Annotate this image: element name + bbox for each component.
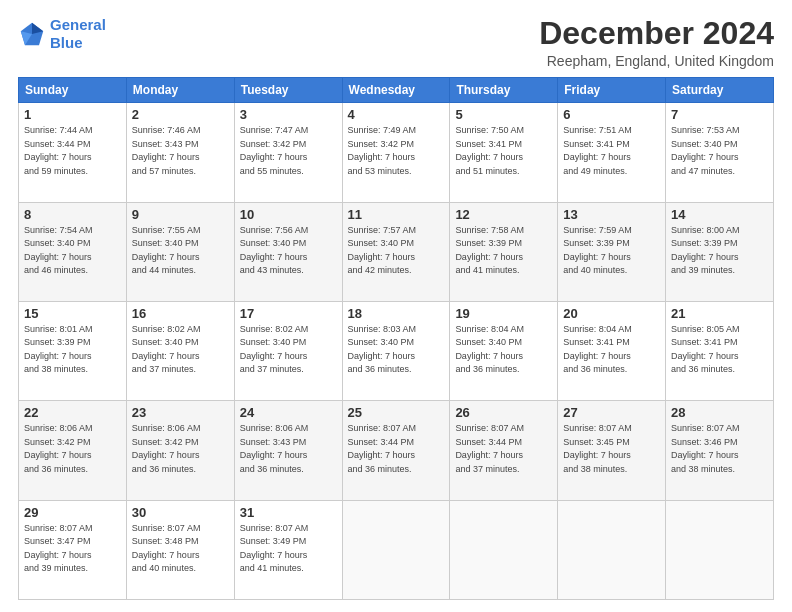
calendar-day-header: Friday	[558, 78, 666, 103]
day-number: 28	[671, 405, 768, 420]
calendar-cell: 7 Sunrise: 7:53 AMSunset: 3:40 PMDayligh…	[666, 103, 774, 202]
calendar-cell: 5 Sunrise: 7:50 AMSunset: 3:41 PMDayligh…	[450, 103, 558, 202]
day-detail: Sunrise: 8:06 AMSunset: 3:42 PMDaylight:…	[132, 422, 229, 476]
day-number: 7	[671, 107, 768, 122]
day-detail: Sunrise: 8:06 AMSunset: 3:42 PMDaylight:…	[24, 422, 121, 476]
calendar-day-header: Tuesday	[234, 78, 342, 103]
calendar-cell: 17 Sunrise: 8:02 AMSunset: 3:40 PMDaylig…	[234, 301, 342, 400]
day-number: 9	[132, 207, 229, 222]
logo-general: General	[50, 16, 106, 33]
calendar-cell: 30 Sunrise: 8:07 AMSunset: 3:48 PMDaylig…	[126, 500, 234, 599]
day-number: 29	[24, 505, 121, 520]
calendar-cell: 8 Sunrise: 7:54 AMSunset: 3:40 PMDayligh…	[19, 202, 127, 301]
day-number: 22	[24, 405, 121, 420]
day-number: 18	[348, 306, 445, 321]
day-detail: Sunrise: 7:46 AMSunset: 3:43 PMDaylight:…	[132, 124, 229, 178]
calendar-week-row: 15 Sunrise: 8:01 AMSunset: 3:39 PMDaylig…	[19, 301, 774, 400]
day-number: 13	[563, 207, 660, 222]
day-number: 11	[348, 207, 445, 222]
day-detail: Sunrise: 7:57 AMSunset: 3:40 PMDaylight:…	[348, 224, 445, 278]
day-detail: Sunrise: 7:44 AMSunset: 3:44 PMDaylight:…	[24, 124, 121, 178]
day-number: 23	[132, 405, 229, 420]
day-detail: Sunrise: 7:59 AMSunset: 3:39 PMDaylight:…	[563, 224, 660, 278]
main-title: December 2024	[539, 16, 774, 51]
day-number: 27	[563, 405, 660, 420]
day-detail: Sunrise: 8:04 AMSunset: 3:41 PMDaylight:…	[563, 323, 660, 377]
day-number: 2	[132, 107, 229, 122]
calendar-day-header: Saturday	[666, 78, 774, 103]
calendar-cell: 19 Sunrise: 8:04 AMSunset: 3:40 PMDaylig…	[450, 301, 558, 400]
day-detail: Sunrise: 8:06 AMSunset: 3:43 PMDaylight:…	[240, 422, 337, 476]
calendar-cell: 21 Sunrise: 8:05 AMSunset: 3:41 PMDaylig…	[666, 301, 774, 400]
calendar-cell: 6 Sunrise: 7:51 AMSunset: 3:41 PMDayligh…	[558, 103, 666, 202]
calendar-cell: 10 Sunrise: 7:56 AMSunset: 3:40 PMDaylig…	[234, 202, 342, 301]
day-detail: Sunrise: 7:56 AMSunset: 3:40 PMDaylight:…	[240, 224, 337, 278]
day-detail: Sunrise: 7:50 AMSunset: 3:41 PMDaylight:…	[455, 124, 552, 178]
day-number: 6	[563, 107, 660, 122]
calendar-cell: 15 Sunrise: 8:01 AMSunset: 3:39 PMDaylig…	[19, 301, 127, 400]
day-number: 17	[240, 306, 337, 321]
day-number: 3	[240, 107, 337, 122]
logo-icon	[18, 20, 46, 48]
calendar-week-row: 8 Sunrise: 7:54 AMSunset: 3:40 PMDayligh…	[19, 202, 774, 301]
calendar-cell: 20 Sunrise: 8:04 AMSunset: 3:41 PMDaylig…	[558, 301, 666, 400]
day-detail: Sunrise: 7:53 AMSunset: 3:40 PMDaylight:…	[671, 124, 768, 178]
calendar-cell: 28 Sunrise: 8:07 AMSunset: 3:46 PMDaylig…	[666, 401, 774, 500]
calendar-day-header: Wednesday	[342, 78, 450, 103]
day-number: 1	[24, 107, 121, 122]
calendar-cell: 9 Sunrise: 7:55 AMSunset: 3:40 PMDayligh…	[126, 202, 234, 301]
calendar-day-header: Monday	[126, 78, 234, 103]
calendar-day-header: Sunday	[19, 78, 127, 103]
day-detail: Sunrise: 8:07 AMSunset: 3:45 PMDaylight:…	[563, 422, 660, 476]
subtitle: Reepham, England, United Kingdom	[539, 53, 774, 69]
day-detail: Sunrise: 8:07 AMSunset: 3:47 PMDaylight:…	[24, 522, 121, 576]
day-detail: Sunrise: 8:00 AMSunset: 3:39 PMDaylight:…	[671, 224, 768, 278]
calendar-cell: 22 Sunrise: 8:06 AMSunset: 3:42 PMDaylig…	[19, 401, 127, 500]
logo-text: General Blue	[50, 16, 106, 52]
day-number: 16	[132, 306, 229, 321]
calendar-cell: 2 Sunrise: 7:46 AMSunset: 3:43 PMDayligh…	[126, 103, 234, 202]
calendar-table: SundayMondayTuesdayWednesdayThursdayFrid…	[18, 77, 774, 600]
day-detail: Sunrise: 8:04 AMSunset: 3:40 PMDaylight:…	[455, 323, 552, 377]
calendar-cell: 12 Sunrise: 7:58 AMSunset: 3:39 PMDaylig…	[450, 202, 558, 301]
day-detail: Sunrise: 8:07 AMSunset: 3:48 PMDaylight:…	[132, 522, 229, 576]
day-detail: Sunrise: 7:54 AMSunset: 3:40 PMDaylight:…	[24, 224, 121, 278]
day-number: 20	[563, 306, 660, 321]
calendar-cell: 11 Sunrise: 7:57 AMSunset: 3:40 PMDaylig…	[342, 202, 450, 301]
calendar-cell: 13 Sunrise: 7:59 AMSunset: 3:39 PMDaylig…	[558, 202, 666, 301]
day-number: 21	[671, 306, 768, 321]
day-number: 12	[455, 207, 552, 222]
day-detail: Sunrise: 7:51 AMSunset: 3:41 PMDaylight:…	[563, 124, 660, 178]
page: General Blue December 2024 Reepham, Engl…	[0, 0, 792, 612]
day-detail: Sunrise: 8:01 AMSunset: 3:39 PMDaylight:…	[24, 323, 121, 377]
calendar-cell	[666, 500, 774, 599]
day-number: 24	[240, 405, 337, 420]
day-number: 31	[240, 505, 337, 520]
calendar-day-header: Thursday	[450, 78, 558, 103]
calendar-cell	[342, 500, 450, 599]
day-number: 14	[671, 207, 768, 222]
day-detail: Sunrise: 8:05 AMSunset: 3:41 PMDaylight:…	[671, 323, 768, 377]
day-number: 10	[240, 207, 337, 222]
calendar-cell: 4 Sunrise: 7:49 AMSunset: 3:42 PMDayligh…	[342, 103, 450, 202]
calendar-header-row: SundayMondayTuesdayWednesdayThursdayFrid…	[19, 78, 774, 103]
calendar-cell: 29 Sunrise: 8:07 AMSunset: 3:47 PMDaylig…	[19, 500, 127, 599]
header: General Blue December 2024 Reepham, Engl…	[18, 16, 774, 69]
calendar-cell	[558, 500, 666, 599]
calendar-cell: 3 Sunrise: 7:47 AMSunset: 3:42 PMDayligh…	[234, 103, 342, 202]
day-number: 19	[455, 306, 552, 321]
day-number: 4	[348, 107, 445, 122]
day-detail: Sunrise: 8:03 AMSunset: 3:40 PMDaylight:…	[348, 323, 445, 377]
calendar-cell: 27 Sunrise: 8:07 AMSunset: 3:45 PMDaylig…	[558, 401, 666, 500]
day-detail: Sunrise: 7:49 AMSunset: 3:42 PMDaylight:…	[348, 124, 445, 178]
calendar-cell: 1 Sunrise: 7:44 AMSunset: 3:44 PMDayligh…	[19, 103, 127, 202]
day-number: 8	[24, 207, 121, 222]
calendar-week-row: 29 Sunrise: 8:07 AMSunset: 3:47 PMDaylig…	[19, 500, 774, 599]
day-number: 15	[24, 306, 121, 321]
day-detail: Sunrise: 8:02 AMSunset: 3:40 PMDaylight:…	[240, 323, 337, 377]
day-detail: Sunrise: 8:07 AMSunset: 3:44 PMDaylight:…	[455, 422, 552, 476]
calendar-cell: 25 Sunrise: 8:07 AMSunset: 3:44 PMDaylig…	[342, 401, 450, 500]
calendar-cell: 16 Sunrise: 8:02 AMSunset: 3:40 PMDaylig…	[126, 301, 234, 400]
day-number: 25	[348, 405, 445, 420]
day-number: 26	[455, 405, 552, 420]
